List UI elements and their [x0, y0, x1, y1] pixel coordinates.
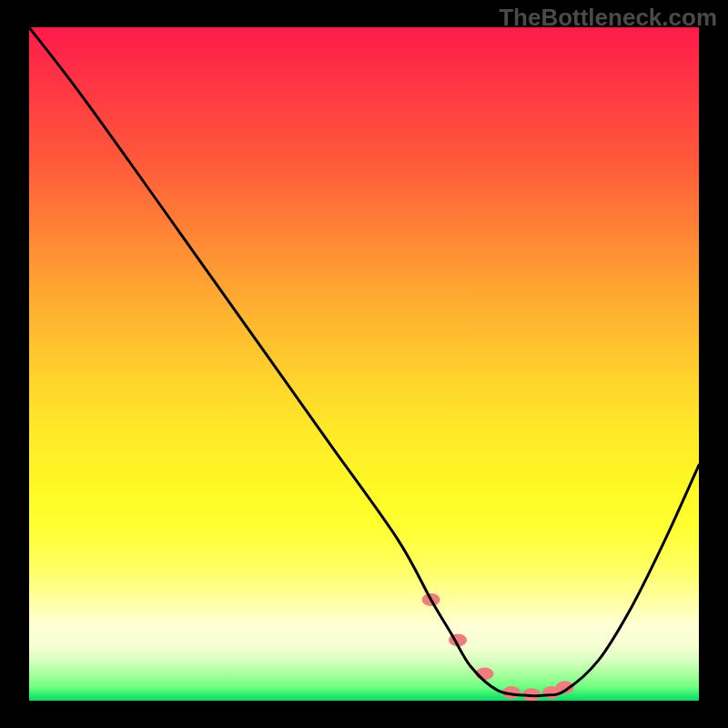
- flat-marker: [422, 593, 440, 606]
- flat-marker: [522, 688, 541, 701]
- flat-marker: [502, 686, 521, 699]
- bottleneck-curve: [29, 27, 699, 696]
- watermark-text: TheBottleneck.com: [499, 4, 717, 32]
- flat-marker: [475, 667, 493, 680]
- plot-area: [29, 27, 699, 701]
- flat-marker: [542, 686, 561, 699]
- chart-container: TheBottleneck.com: [0, 0, 728, 728]
- flat-marker: [449, 633, 467, 646]
- flat-marker: [556, 681, 574, 693]
- curve-svg: [29, 27, 699, 701]
- marker-layer: [422, 593, 574, 701]
